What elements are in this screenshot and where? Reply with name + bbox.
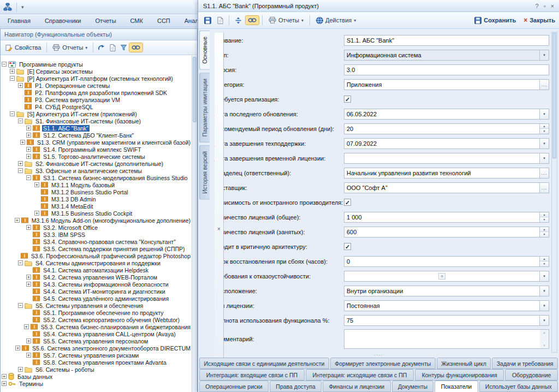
- scroll-up-icon[interactable]: ▲: [540, 331, 549, 334]
- tree-item[interactable]: +P1. Операционные системы: [1, 82, 192, 89]
- menu-item-5[interactable]: ССП: [157, 17, 170, 24]
- close-window-button[interactable]: ×: [551, 3, 554, 9]
- tree-item[interactable]: M3.1.4 MetaEdit: [1, 203, 192, 210]
- checkbox[interactable]: ✓: [344, 96, 351, 103]
- dropdown-arrow-button[interactable]: ▾: [539, 316, 549, 325]
- expand-icon[interactable]: +: [26, 133, 31, 138]
- tree-item[interactable]: S3.6. Профессиональный графический редак…: [1, 252, 192, 259]
- spinner-buttons[interactable]: ▲▼: [539, 227, 549, 237]
- tree-item[interactable]: +S5.5. Система управления персоналом: [1, 337, 192, 345]
- tree-item[interactable]: −[P] Архитектура ИТ-платформ (системных …: [1, 75, 192, 82]
- ellipsis-button[interactable]: ...: [539, 80, 549, 90]
- checkbox[interactable]: ✓: [344, 199, 351, 206]
- menu-item-4[interactable]: СМК: [130, 17, 143, 24]
- tree-item[interactable]: −[S] Архитектура ИТ-систем (приложений): [1, 110, 192, 117]
- bottom-tab[interactable]: Задачи и требования: [492, 358, 558, 369]
- spin-down-icon[interactable]: ▼: [540, 129, 549, 134]
- tree-item[interactable]: S5.1. Программное обеспечение по продукт…: [1, 309, 192, 316]
- bottom-tab[interactable]: Формирует электронные документы: [330, 358, 436, 369]
- expand-icon[interactable]: +: [18, 161, 23, 166]
- number-input[interactable]: 600: [344, 227, 539, 237]
- lookup-input[interactable]: Начальник управления развития технологий: [344, 168, 539, 178]
- collapse-icon[interactable]: −: [10, 111, 15, 116]
- maximize-button[interactable]: ▫: [544, 3, 546, 9]
- side-tab[interactable]: История версий: [199, 145, 210, 200]
- expand-icon[interactable]: +: [15, 346, 20, 351]
- spin-up-icon[interactable]: ▲: [540, 124, 549, 129]
- tree-item[interactable]: +M3.1.6 Модуль Add-on (многофункциональн…: [1, 217, 192, 224]
- bottom-tab[interactable]: Финансы и лицензии: [323, 381, 391, 392]
- expand-icon[interactable]: +: [26, 275, 31, 280]
- refresh-button[interactable]: [108, 43, 118, 53]
- bottom-tab[interactable]: Показатели: [435, 381, 478, 392]
- menu-item-1[interactable]: Главная: [8, 17, 31, 24]
- bottom-tab[interactable]: Интеграция: исходящие связи с ПП: [306, 369, 414, 381]
- tree-item[interactable]: +S5.6. Система электронного документообо…: [1, 345, 192, 352]
- bottom-tab[interactable]: Операционные риски: [199, 381, 269, 392]
- tree-item[interactable]: +Термины: [1, 380, 192, 387]
- tree-item[interactable]: +S5.3. Система бизнес-планирования и бюд…: [1, 323, 192, 330]
- number-input[interactable]: 0: [344, 257, 539, 266]
- scrollbar-thumb[interactable]: [552, 33, 556, 158]
- expand-icon[interactable]: +: [18, 83, 23, 88]
- text-input[interactable]: 3.0: [344, 65, 549, 75]
- dropdown-arrow-button[interactable]: ▾: [539, 109, 549, 119]
- number-input[interactable]: 20: [344, 124, 539, 134]
- dropdown-input[interactable]: 06.05.2022: [344, 109, 539, 119]
- tree-item[interactable]: S4.5. Система удалённого администрирован…: [1, 295, 192, 302]
- spin-up-icon[interactable]: ▲: [540, 257, 549, 262]
- dropdown-arrow-button[interactable]: ▾: [539, 301, 549, 311]
- reports-button[interactable]: Отчеты ▾: [266, 15, 306, 25]
- bottom-tab[interactable]: Исходящие связи с единицами деятельности: [199, 358, 329, 369]
- expand-icon[interactable]: +: [26, 282, 31, 287]
- comment-input[interactable]: [344, 330, 540, 348]
- split-view-button[interactable]: [233, 15, 244, 26]
- reports-button[interactable]: Отчеты ▾: [49, 43, 91, 52]
- dropdown-arrow-button[interactable]: ▾: [539, 286, 549, 296]
- dropdown-arrow-button[interactable]: ▾: [539, 271, 549, 281]
- form-scrollbar[interactable]: [551, 32, 557, 353]
- memo-input[interactable]: a: [344, 271, 539, 281]
- collapse-icon[interactable]: −: [18, 303, 23, 308]
- bottom-tab[interactable]: Жизненный цикл: [437, 358, 491, 369]
- collapse-icon[interactable]: −: [2, 62, 7, 67]
- expand-icon[interactable]: +: [2, 381, 7, 386]
- expand-icon[interactable]: +: [26, 225, 31, 230]
- lookup-input[interactable]: ООО "Софт А": [344, 183, 539, 193]
- tree-item[interactable]: S3.4. Справочно-правовая система "Консул…: [1, 238, 192, 245]
- tree-item[interactable]: S5.4. Система управления CALL-центром (A…: [1, 330, 192, 337]
- memo-scrollbar[interactable]: ▲▼: [540, 330, 549, 348]
- dropdown-input[interactable]: 07.09.2022: [344, 139, 539, 149]
- splitter-handle[interactable]: ····: [198, 354, 559, 357]
- scrollbar-thumb[interactable]: [193, 57, 197, 122]
- tree-item[interactable]: +S5.7. Системы управления рисками: [1, 352, 192, 359]
- bottom-tab[interactable]: Контуры функционирования: [415, 369, 504, 381]
- dropdown-input[interactable]: Постоянная: [344, 301, 539, 311]
- tree-item[interactable]: S3.3. IBM SPSS: [1, 231, 192, 238]
- lookup-input[interactable]: Приложения: [344, 80, 539, 90]
- expand-icon[interactable]: +: [18, 367, 23, 372]
- collapse-icon[interactable]: −: [10, 76, 15, 81]
- tree-item[interactable]: +Базы данных: [1, 373, 192, 380]
- dropdown-input[interactable]: [344, 153, 539, 163]
- expand-icon[interactable]: +: [26, 154, 31, 159]
- tree-item[interactable]: S5.8. Система управления проектами Advan…: [1, 359, 192, 366]
- tree-item[interactable]: −Программные продукты: [1, 61, 192, 68]
- link-mode-button[interactable]: [246, 16, 259, 25]
- collapse-icon[interactable]: −: [26, 175, 31, 180]
- scroll-down-icon[interactable]: ▼: [540, 344, 549, 347]
- tree-item[interactable]: +S2. Финансовые ИТ-системы (дополнительн…: [1, 160, 192, 167]
- number-input[interactable]: 1 000: [344, 212, 539, 222]
- tree-item[interactable]: −S3. Офисные и аналитические системы: [1, 167, 192, 174]
- spin-up-icon[interactable]: ▲: [540, 227, 549, 233]
- expand-icon[interactable]: +: [26, 353, 31, 358]
- spin-down-icon[interactable]: ▼: [540, 217, 549, 222]
- expand-icon[interactable]: +: [24, 324, 29, 329]
- expand-icon[interactable]: +: [26, 338, 31, 343]
- quick-access-arrow-icon[interactable]: ▾: [21, 4, 24, 10]
- dropdown-input[interactable]: 75: [344, 316, 539, 325]
- bottom-tab[interactable]: Интеграция: входящие связи с ПП: [199, 369, 305, 381]
- tree-item[interactable]: +M3.1.5 Business Studio Cockpit: [1, 210, 192, 217]
- expand-icon[interactable]: +: [10, 69, 15, 74]
- tree-item[interactable]: +S4.3. Системы информационной безопаснос…: [1, 281, 192, 288]
